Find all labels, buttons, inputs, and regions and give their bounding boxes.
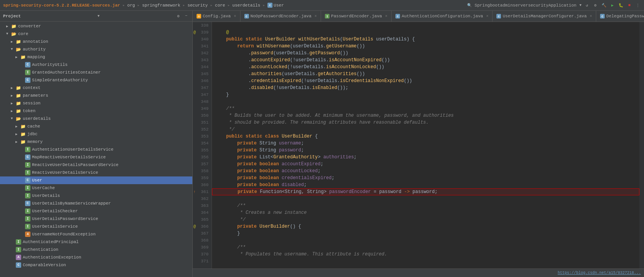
jar-name[interactable]: spring-security-core-5.2.2.RELEASE-sourc… bbox=[3, 3, 120, 8]
icon-RUDS: I bbox=[25, 170, 31, 176]
label-GAC: GrantedAuthoritiesContainer bbox=[32, 70, 101, 75]
stop-icon[interactable]: ■ bbox=[626, 2, 632, 8]
label-RUDS: ReactiveUserDetailsService bbox=[32, 170, 98, 175]
build-icon[interactable]: 🔨 bbox=[601, 2, 607, 8]
tree-item-token[interactable]: ▶ 📁 token bbox=[0, 107, 192, 115]
tree-item-AE[interactable]: A AuthenticationException bbox=[0, 253, 192, 261]
tab-close-UDMC[interactable]: × bbox=[590, 14, 592, 18]
label-authority: authority bbox=[23, 47, 45, 52]
app-dropdown-icon[interactable]: ▼ bbox=[580, 3, 582, 7]
method-isCredentialsNonExpired-346: isCredentialsNonExpired bbox=[340, 78, 404, 84]
bc-user[interactable]: C User bbox=[267, 3, 284, 8]
more-icon[interactable]: ⋮ bbox=[635, 2, 641, 8]
tree-item-MRUDS[interactable]: C MapReactiveUserDetailsService bbox=[0, 153, 192, 161]
ln-363: 363 bbox=[193, 202, 212, 209]
status-url[interactable]: https://blog.csdn.net/a15/0327218... bbox=[558, 271, 641, 275]
bc-org[interactable]: org bbox=[127, 3, 135, 8]
icon-AP: I bbox=[15, 239, 22, 245]
code-editor[interactable]: 338 339 @ 340 341 342 343 344 345 346 34… bbox=[193, 22, 644, 269]
user-class-icon: C bbox=[267, 3, 272, 8]
tree-item-RUDPS[interactable]: I ReactiveUserDetailsPasswordService bbox=[0, 161, 192, 169]
tab-close-AC[interactable]: × bbox=[486, 14, 488, 18]
tab-DelegatingPasswordEncoder[interactable]: C DelegatingPasswordEnco... × bbox=[596, 11, 644, 22]
tree-item-UserCache[interactable]: I UserCache bbox=[0, 184, 192, 192]
tree-item-core[interactable]: ▼ 📂 core bbox=[0, 30, 192, 38]
label-context: context bbox=[23, 86, 40, 90]
tree-item-RUDS[interactable]: I ReactiveUserDetailsService bbox=[0, 169, 192, 176]
code-line-347b: } bbox=[212, 91, 639, 98]
debug-icon[interactable]: 🐛 bbox=[618, 2, 624, 8]
folder-icon-annotation: 📁 bbox=[15, 39, 22, 45]
tree-item-User[interactable]: C User bbox=[0, 176, 192, 184]
tree-item-AUDS[interactable]: I AuthenticationUserDetailsService bbox=[0, 146, 192, 153]
tree-item-cache[interactable]: ▶ 📁 cache bbox=[0, 123, 192, 130]
bc-security[interactable]: security bbox=[187, 3, 208, 8]
tree-item-SimpleGrantedAuthority[interactable]: C SimpleGrantedAuthority bbox=[0, 76, 192, 84]
icon-AE: A bbox=[15, 254, 22, 260]
tree-item-converter[interactable]: ▶ 📁 converter bbox=[0, 22, 192, 30]
tree-item-memory[interactable]: ▶ 📁 memory bbox=[0, 138, 192, 146]
tab-NoOpPasswordEncoder[interactable]: C NoOpPasswordEncoder.java × bbox=[240, 11, 321, 22]
label-UDPS: UserDetailsPasswordService bbox=[32, 217, 98, 221]
run-icon[interactable]: ▶ bbox=[609, 2, 615, 8]
code-line-369: /** bbox=[212, 244, 639, 251]
field-disabled-360: disabled bbox=[282, 182, 304, 188]
tab-icon-DPE: C bbox=[600, 14, 605, 18]
search-icon[interactable]: 🔍 bbox=[466, 2, 472, 8]
label-AE: AuthenticationException bbox=[23, 255, 81, 260]
ln-366: 366 @ bbox=[193, 223, 212, 230]
tree-item-parameters[interactable]: ▶ 📁 parameters bbox=[0, 92, 192, 99]
tree-item-UDPS[interactable]: I UserDetailsPasswordService bbox=[0, 215, 192, 223]
icon-CV: C bbox=[15, 262, 22, 268]
tab-close-NoOp[interactable]: × bbox=[314, 14, 317, 18]
settings-icon[interactable]: ⚙ bbox=[592, 2, 599, 8]
folder-icon-session: 📁 bbox=[15, 100, 22, 106]
tab-PasswordEncoder[interactable]: I PasswordEncoder.java × bbox=[321, 11, 392, 22]
tree-item-annotation[interactable]: ▶ 📁 annotation bbox=[0, 38, 192, 45]
bc-userdetails[interactable]: userdetails bbox=[232, 3, 261, 8]
tree-item-AP[interactable]: I AuthenticatedPrincipal bbox=[0, 238, 192, 246]
tree-item-UDNSW[interactable]: C UserDetailsByNameServiceWrapper bbox=[0, 200, 192, 207]
icon-UserDetails: I bbox=[25, 193, 31, 199]
tree-item-AuthorityUtils[interactable]: C AuthorityUtils bbox=[0, 61, 192, 69]
code-line-358: private boolean accountLocked ; bbox=[212, 168, 639, 175]
code-line-357: private boolean accountExpired ; bbox=[212, 161, 639, 168]
refresh-icon[interactable]: ↺ bbox=[584, 2, 590, 8]
label-mapping: mapping bbox=[27, 55, 45, 59]
tab-UserDetailsManagerConfigurer[interactable]: C UserDetailsManagerConfigurer.java × bbox=[493, 11, 596, 22]
tree-item-CV[interactable]: C ComparableVersion bbox=[0, 261, 192, 269]
label-jdbc: jdbc bbox=[27, 132, 37, 136]
tab-label-Config: Config.java bbox=[203, 14, 231, 18]
tree-item-UDS[interactable]: I UserDetailsService bbox=[0, 223, 192, 230]
tab-Config[interactable]: ⚙ Config.java × bbox=[193, 11, 240, 22]
tab-AuthenticationConfiguration[interactable]: C AuthenticationConfiguration.java × bbox=[392, 11, 493, 22]
comment-352: */ bbox=[229, 127, 234, 132]
ln-358: 358 bbox=[193, 168, 212, 175]
tree-item-mapping[interactable]: ▶ 📁 mapping bbox=[0, 53, 192, 61]
tree-item-UNFE[interactable]: 4 UsernameNotFoundException bbox=[0, 230, 192, 238]
gear-icon[interactable]: ⚙ bbox=[175, 13, 182, 19]
tree-item-Authentication[interactable]: I Authentication bbox=[0, 246, 192, 253]
sidebar-dropdown-icon[interactable]: ▼ bbox=[98, 14, 99, 18]
minimize-icon[interactable]: − bbox=[183, 13, 189, 19]
tree-item-session[interactable]: ▶ 📁 session bbox=[0, 99, 192, 107]
tab-close-Config[interactable]: × bbox=[234, 14, 236, 18]
app-name[interactable]: SpringbootadminserversecurityApplication bbox=[475, 3, 577, 8]
tab-close-PE[interactable]: × bbox=[385, 14, 387, 18]
classname-UserBuilder-353: UserBuilder bbox=[282, 134, 312, 139]
tree-item-UDC[interactable]: I UserDetailsChecker bbox=[0, 207, 192, 215]
type-Function-361: Function< bbox=[260, 189, 285, 195]
label-userdetails: userdetails bbox=[23, 116, 51, 121]
tree-item-context[interactable]: ▶ 📁 context bbox=[0, 84, 192, 92]
bc-core[interactable]: core bbox=[215, 3, 225, 8]
tree-item-UserDetails[interactable]: I UserDetails bbox=[0, 192, 192, 200]
tab-icon-AC: C bbox=[395, 14, 400, 18]
bc-springframework[interactable]: springframework bbox=[142, 3, 180, 8]
tree-item-jdbc[interactable]: ▶ 📁 jdbc bbox=[0, 130, 192, 138]
tree-item-userdetails[interactable]: ▼ 📂 userdetails bbox=[0, 115, 192, 123]
tab-icon-NoOp: C bbox=[244, 14, 249, 18]
label-AuthorityUtils: AuthorityUtils bbox=[32, 62, 67, 67]
tree-item-authority[interactable]: ▼ 📂 authority bbox=[0, 45, 192, 53]
right-gutter bbox=[639, 22, 644, 269]
tree-item-GrantedAuthoritiesContainer[interactable]: I GrantedAuthoritiesContainer bbox=[0, 69, 192, 76]
